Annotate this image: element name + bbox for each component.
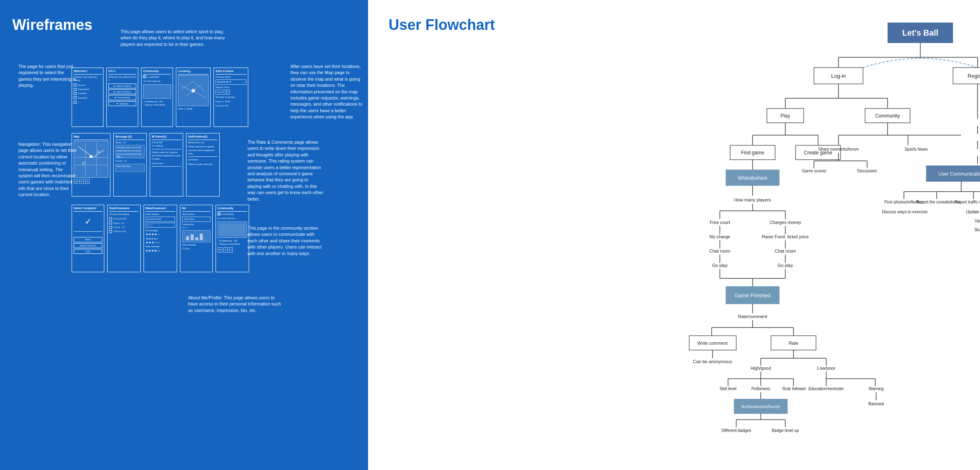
svg-text:How many players: How many players (734, 197, 771, 202)
svg-rect-19 (200, 234, 202, 240)
svg-text:Low/poor: Low/poor (817, 366, 836, 371)
svg-line-0 (182, 81, 193, 88)
annotation-map: After users have set their locations, th… (290, 63, 366, 120)
svg-rect-18 (195, 237, 198, 240)
svg-text:Badge level up: Badge level up (772, 428, 799, 433)
svg-text:Achievement/honor: Achievement/honor (742, 404, 780, 409)
svg-text:Register: Register (968, 73, 980, 79)
right-panel: User Flowchart Let's Ball Log-in Registe… (368, 0, 980, 470)
svg-point-11 (90, 155, 92, 158)
svg-text:Warning: Warning (869, 386, 884, 391)
svg-text:Find game: Find game (741, 150, 764, 156)
wireframe-community-r3: Community LetsBallt8# So tired playing..… (216, 205, 249, 272)
svg-text:Report traffic issues: Report traffic issues (955, 200, 980, 204)
svg-text:Share tips and videos: Share tips and videos (974, 228, 980, 232)
wireframe-locating: Locating... GPS|JSAB (176, 68, 211, 127)
svg-text:Different badges: Different badges (721, 428, 751, 433)
svg-point-12 (82, 162, 85, 164)
svg-text:Community: Community (875, 113, 900, 119)
annotation-rate-comments: The Rate & Comments page allows users to… (247, 139, 323, 202)
svg-rect-16 (186, 236, 189, 240)
svg-text:Rate/comment: Rate/comment (738, 314, 767, 319)
svg-text:Update traffic news on Live ma: Update traffic news on Live map (975, 219, 980, 223)
svg-rect-17 (191, 235, 193, 240)
svg-text:Banned: Banned (868, 401, 884, 406)
svg-text:Go play: Go play (778, 263, 793, 268)
svg-text:Chat room: Chat room (709, 249, 730, 253)
wireframe-game-complete: Game Complete! ✓ ↓ Back Rate/Comment Exi… (72, 205, 104, 272)
svg-text:Log-in: Log-in (831, 73, 846, 79)
svg-text:User Communication: User Communication (938, 171, 980, 177)
wireframe-welcome: Welcome ! Choose Your Sport(s) Below Soc… (72, 68, 103, 127)
svg-point-4 (191, 89, 195, 93)
svg-text:Free court: Free court (710, 220, 730, 225)
svg-text:Skill level: Skill level (719, 386, 737, 391)
wireframe-game1: ⊞ Game(1) 13:00 PM 3 / waiting Police ca… (150, 133, 183, 197)
svg-line-10 (93, 150, 104, 157)
wireframe-rate-comment2: Rate/Comment Enter below: Account 123 Lv… (144, 205, 177, 272)
svg-rect-20 (220, 224, 245, 235)
wireframe-notification: Notification(2) ⊞ Remind_Am Police game … (186, 133, 220, 197)
wireframe-message: Message (3) Alpha...Hi Everyone show up … (113, 133, 147, 197)
wireframe-rate-comment1: Rate/Comment Choose the player: Account1… (107, 205, 141, 272)
svg-text:Update degree of crowdedness o: Update degree of crowdedness on Live map (966, 210, 980, 214)
svg-text:Game Finished: Game Finished (735, 292, 771, 298)
flowchart-svg: Log-in Register Play Community Find game (368, 0, 980, 470)
wireframe-me: Me Nick Name: John Doe.... Impression Lv… (180, 205, 213, 272)
svg-text:High/good: High/good (751, 366, 771, 371)
svg-text:Rate: Rate (789, 341, 798, 346)
svg-text:Share moments/forum: Share moments/forum (818, 147, 859, 151)
svg-text:Report the crowdedness: Report the crowdedness (916, 200, 960, 204)
svg-text:Rule follower: Rule follower (782, 386, 806, 391)
svg-text:Chat room: Chat room (775, 249, 796, 253)
annotation-register: The page for users that just registered … (18, 63, 78, 89)
left-panel: Wireframes This page allows users to sel… (0, 0, 368, 470)
annotation-profile: About Me/Profile: This page allows users… (188, 295, 282, 314)
svg-text:Sports News: Sports News (905, 147, 928, 151)
wireframe-go: GO !! What Do You Want To Do ? ► Start A… (106, 68, 138, 127)
svg-text:When&where: When&where (738, 175, 767, 181)
svg-text:No charge: No charge (710, 234, 731, 239)
wireframe-start-game: Start A Game Choose Sport Basketball ▼ A… (214, 68, 248, 127)
svg-text:Raise Fund, ticket price: Raise Fund, ticket price (762, 234, 809, 239)
annotation-community: This page in the community section allow… (247, 225, 323, 257)
wireframe-community-r1: Community LetsBallt8# So tired playing..… (141, 68, 173, 127)
svg-text:Write comment: Write comment (697, 341, 728, 346)
svg-text:Game scores: Game scores (802, 169, 826, 173)
svg-text:Discussion: Discussion (857, 169, 877, 173)
svg-text:Go play: Go play (712, 263, 728, 268)
svg-text:Play: Play (780, 113, 790, 119)
svg-text:Education/reminder: Education/reminder (809, 386, 844, 391)
svg-text:Can be anonymous: Can be anonymous (693, 359, 732, 364)
svg-text:Politeness: Politeness (751, 386, 770, 391)
svg-text:Discuss ways to exercise: Discuss ways to exercise (882, 210, 928, 214)
wireframe-map: Map ⊞ ✉ ◎ (72, 133, 110, 197)
annotation-select-sport: This page allows users to select which s… (121, 29, 235, 47)
svg-text:Charges money: Charges money (769, 220, 801, 225)
annotation-navigation: Navigation: This navigation page allows … (18, 141, 78, 198)
svg-point-13 (97, 151, 100, 153)
